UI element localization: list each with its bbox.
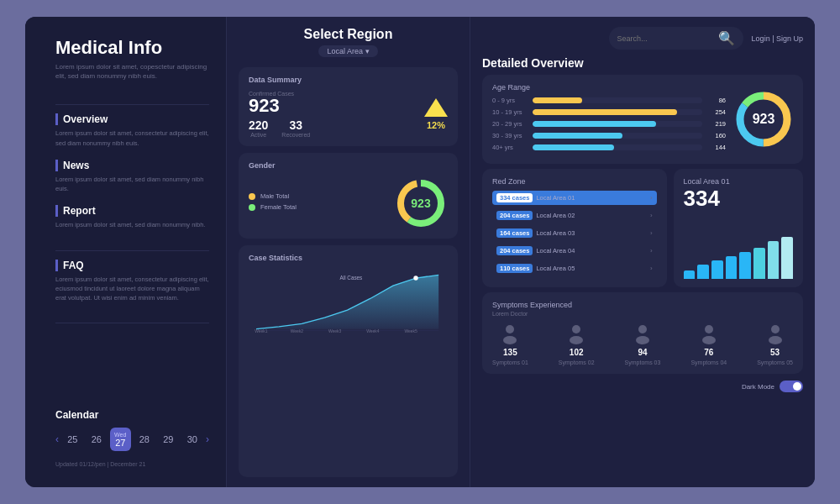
- recovered-sub: 33 Recovered: [281, 118, 310, 138]
- zone-item[interactable]: 164 cases Local Area 03 ›: [492, 226, 657, 240]
- report-title[interactable]: Report: [55, 205, 209, 217]
- cal-day-29[interactable]: 29: [158, 428, 179, 451]
- cal-day-25[interactable]: 25: [62, 428, 83, 451]
- faq-title[interactable]: FAQ: [55, 260, 209, 271]
- svg-text:Week2: Week2: [291, 329, 304, 333]
- bar-mini: [684, 270, 696, 279]
- recovered-value: 33: [281, 118, 310, 132]
- cal-day-28[interactable]: 28: [134, 428, 155, 451]
- age-bar-fill: [533, 133, 622, 139]
- age-bar-fill: [533, 121, 656, 127]
- search-input[interactable]: [617, 34, 713, 43]
- region-dropdown[interactable]: Local Area ▾: [318, 45, 377, 57]
- updated-text: Updated 01/12/pen | December 21: [55, 461, 209, 467]
- symptom-label: Symptoms 05: [757, 360, 793, 365]
- app-title: Medical Info: [55, 37, 209, 59]
- zone-name: Local Area 02: [536, 212, 646, 219]
- news-text: Lorem ipsum dolor sit amet, sed diam non…: [55, 175, 209, 194]
- calendar-row: ‹ 25 26 Wed 27 28: [55, 428, 209, 451]
- zone-arrow-icon: ›: [650, 229, 653, 237]
- cal-day-26[interactable]: 26: [87, 428, 108, 451]
- zone-arrow-icon: ›: [650, 194, 653, 202]
- age-value: 219: [707, 120, 726, 128]
- dark-mode-toggle[interactable]: [780, 381, 803, 392]
- age-bar-fill: [533, 97, 582, 103]
- zone-name: Local Area 05: [536, 265, 646, 272]
- calendar-next-arrow[interactable]: ›: [206, 433, 209, 445]
- data-summary-grid: Confirmed Cases 923 220 Active 33 Recove…: [249, 91, 448, 138]
- age-label: 40+ yrs: [492, 144, 528, 151]
- cal-day-30[interactable]: 30: [182, 428, 203, 451]
- symptom-value: 76: [704, 348, 713, 357]
- age-bar-fill: [533, 109, 677, 115]
- zone-item[interactable]: 110 cases Local Area 05 ›: [492, 261, 657, 276]
- zone-name: Local Area 01: [536, 194, 646, 202]
- age-label: 0 - 9 yrs: [492, 97, 528, 104]
- bar-mini: [781, 237, 793, 279]
- red-zone-title: Red Zone: [492, 177, 657, 186]
- news-title[interactable]: News: [55, 160, 209, 171]
- symptoms-subtitle: Lorem Doctor: [492, 311, 793, 317]
- report-section: Report Lorem ipsum dolor sit amet, sed d…: [55, 205, 209, 229]
- zone-item[interactable]: 334 cases Local Area 01 ›: [492, 191, 657, 205]
- age-label: 30 - 39 yrs: [492, 132, 528, 139]
- divider-mid: [55, 250, 209, 251]
- zone-arrow-icon: ›: [650, 212, 653, 219]
- age-value: 144: [707, 144, 726, 151]
- cal-day-27[interactable]: Wed 27: [110, 428, 131, 451]
- case-chart-svg: All Cases Week1 Week2 Week3 Week4 Week5: [249, 269, 448, 336]
- male-label: Male Total: [260, 192, 289, 200]
- divider-bot: [55, 323, 209, 323]
- age-bar-bg: [533, 109, 702, 115]
- local-area-number: 334: [684, 187, 793, 209]
- age-row: 0 - 9 yrs 86: [492, 97, 726, 104]
- overview-title[interactable]: Overview: [55, 113, 209, 125]
- bar-mini: [726, 256, 738, 280]
- age-row: 20 - 29 yrs 219: [492, 120, 726, 128]
- overview-section: Overview Lorem ipsum dolor sit amet, con…: [55, 113, 209, 148]
- zone-name: Local Area 04: [536, 247, 646, 255]
- detailed-overview-title: Detailed Overview: [482, 56, 803, 70]
- svg-point-24: [771, 325, 780, 333]
- symptom-value: 94: [638, 348, 647, 357]
- case-stat-title: Case Statistics: [249, 254, 448, 262]
- auth-links[interactable]: Login | Sign Up: [752, 34, 803, 43]
- symptom-label: Symptoms 02: [559, 360, 595, 365]
- data-summary-card: Data Summary Confirmed Cases 923 220 Act…: [239, 67, 458, 146]
- svg-point-5: [413, 276, 417, 280]
- zone-item[interactable]: 204 cases Local Area 02 ›: [492, 208, 657, 223]
- svg-point-16: [506, 325, 514, 333]
- search-bar[interactable]: 🔍: [609, 27, 743, 50]
- case-statistics-card: Case Statistics All Cases Week1 Week2 We…: [239, 245, 458, 477]
- svg-point-19: [570, 336, 583, 344]
- symptom-label: Symptoms 03: [625, 360, 661, 365]
- zone-badge: 204 cases: [496, 246, 533, 255]
- divider-top: [55, 104, 209, 105]
- zone-items: 334 cases Local Area 01 › 204 cases Loca…: [492, 191, 657, 276]
- region-header: Select Region Local Area ▾: [239, 27, 458, 57]
- region-title: Select Region: [239, 27, 458, 42]
- person-icon: [697, 322, 721, 345]
- svg-point-21: [636, 336, 649, 344]
- symptom-item: 76 Symptoms 04: [690, 322, 727, 365]
- svg-text:Week5: Week5: [404, 329, 417, 333]
- triangle-icon: [424, 98, 448, 117]
- age-bar-bg: [533, 121, 702, 127]
- zone-badge: 110 cases: [496, 264, 533, 273]
- faq-section: FAQ Lorem ipsum dolor sit amet, consecte…: [55, 260, 209, 303]
- gender-donut: 923: [394, 176, 448, 230]
- zone-row: Red Zone 334 cases Local Area 01 › 204 c…: [482, 169, 803, 287]
- confirmed-value: 923: [249, 97, 417, 115]
- calendar-prev-arrow[interactable]: ‹: [55, 433, 59, 445]
- right-panel: 🔍 Login | Sign Up Detailed Overview Age …: [470, 17, 815, 487]
- zone-badge: 204 cases: [496, 211, 533, 220]
- symptom-value: 135: [503, 348, 517, 357]
- svg-point-25: [769, 336, 782, 344]
- age-bar-fill: [533, 144, 614, 150]
- middle-panel: Select Region Local Area ▾ Data Summary …: [227, 17, 470, 487]
- age-value: 254: [707, 108, 726, 116]
- zone-item[interactable]: 204 cases Local Area 04 ›: [492, 244, 657, 258]
- svg-point-18: [572, 325, 580, 333]
- symptom-item: 135 Symptoms 01: [492, 322, 528, 365]
- age-range-bars: Age Range 0 - 9 yrs 86 10 - 19 yrs 254 2…: [492, 83, 726, 155]
